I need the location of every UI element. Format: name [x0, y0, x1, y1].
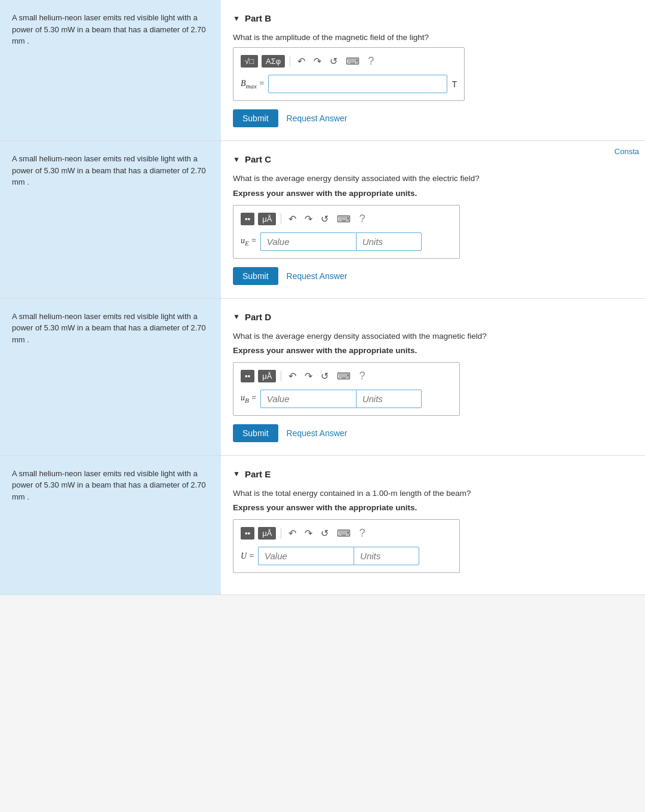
- part-b-sqrt-btn[interactable]: √□: [241, 55, 258, 68]
- part-b-unit: T: [452, 79, 457, 89]
- part-d-mu-icon: μÅ: [262, 372, 272, 381]
- part-d-redo-btn[interactable]: ↷: [302, 369, 315, 383]
- part-e-title: Part E: [245, 469, 271, 479]
- part-c-toolbar: ▪▪ μÅ ↶ ↷ ↺ ⌨ ?: [241, 212, 452, 226]
- section-d: A small helium-neon laser emits red visi…: [0, 299, 645, 456]
- part-e-value-input[interactable]: [258, 547, 354, 565]
- part-b-arrow[interactable]: ▼: [233, 14, 240, 23]
- part-c-answer-box: ▪▪ μÅ ↶ ↷ ↺ ⌨ ? uE =: [233, 205, 460, 259]
- part-b-input[interactable]: [268, 75, 447, 93]
- part-e-undo-btn[interactable]: ↶: [286, 526, 299, 540]
- part-d-header: ▼ Part D: [233, 312, 628, 322]
- sqrt-icon: √□: [245, 57, 254, 66]
- consta-label[interactable]: Consta: [615, 147, 639, 156]
- part-c-redo-btn[interactable]: ↷: [302, 212, 315, 226]
- part-e-input-row: U =: [241, 547, 452, 565]
- sigma-icon: ΑΣφ: [266, 57, 281, 66]
- part-e-label: U =: [241, 551, 254, 561]
- section-c: A small helium-neon laser emits red visi…: [0, 141, 645, 298]
- part-c-grid-btn[interactable]: ▪▪: [241, 213, 254, 225]
- grid-icon: ▪▪: [245, 215, 250, 223]
- part-e-arrow[interactable]: ▼: [233, 470, 240, 478]
- part-b-refresh-btn[interactable]: ↺: [327, 54, 340, 68]
- part-c-units-input[interactable]: [356, 232, 422, 251]
- part-e-header: ▼ Part E: [233, 469, 628, 479]
- right-panel-c: Consta ▼ Part C What is the average ener…: [221, 141, 645, 298]
- part-c-value-input[interactable]: [260, 232, 356, 251]
- part-c-undo-btn[interactable]: ↶: [286, 212, 299, 226]
- part-b-redo-btn[interactable]: ↷: [311, 54, 324, 68]
- part-b-request-answer[interactable]: Request Answer: [287, 114, 348, 123]
- toolbar-sep-d1: [281, 370, 281, 381]
- problem-text-d: A small helium-neon laser emits red visi…: [12, 312, 205, 344]
- part-c-title: Part C: [245, 154, 271, 164]
- left-panel-d: A small helium-neon laser emits red visi…: [0, 299, 221, 455]
- part-e-units-input[interactable]: [354, 547, 419, 565]
- part-d-request-answer[interactable]: Request Answer: [287, 428, 348, 438]
- part-c-arrow[interactable]: ▼: [233, 155, 240, 164]
- part-e-help-btn[interactable]: ?: [357, 526, 367, 541]
- part-c-request-answer[interactable]: Request Answer: [287, 271, 348, 281]
- part-c-instruction: Express your answer with the appropriate…: [233, 189, 628, 198]
- part-e-answer-box: ▪▪ μÅ ↶ ↷ ↺ ⌨ ? U =: [233, 519, 460, 573]
- part-c-header: ▼ Part C: [233, 154, 628, 164]
- left-panel-e: A small helium-neon laser emits red visi…: [0, 456, 221, 595]
- part-d-grid-icon: ▪▪: [245, 372, 250, 381]
- part-e-mu-btn[interactable]: μÅ: [258, 527, 276, 540]
- part-d-instruction: Express your answer with the appropriate…: [233, 346, 628, 355]
- part-e-refresh-btn[interactable]: ↺: [318, 526, 331, 540]
- part-d-action-row: Submit Request Answer: [233, 424, 628, 442]
- section-b: A small helium-neon laser emits red visi…: [0, 0, 645, 141]
- part-e-question: What is the total energy contained in a …: [233, 488, 628, 500]
- part-d-mu-btn[interactable]: μÅ: [258, 370, 276, 382]
- toolbar-sep-1: [290, 56, 290, 67]
- part-d-toolbar: ▪▪ μÅ ↶ ↷ ↺ ⌨ ?: [241, 369, 452, 384]
- part-b-header: ▼ Part B: [233, 13, 628, 23]
- part-b-submit-btn[interactable]: Submit: [233, 109, 278, 127]
- part-c-question: What is the average energy density assoc…: [233, 173, 628, 185]
- problem-text-c: A small helium-neon laser emits red visi…: [12, 154, 205, 186]
- part-c-label: uE =: [241, 236, 257, 247]
- part-d-question: What is the average energy density assoc…: [233, 330, 628, 342]
- part-d-help-btn[interactable]: ?: [357, 369, 367, 384]
- part-b-sigma-btn[interactable]: ΑΣφ: [262, 55, 285, 68]
- part-d-submit-btn[interactable]: Submit: [233, 424, 278, 442]
- part-d-units-input[interactable]: [356, 390, 422, 408]
- right-panel-d: ▼ Part D What is the average energy dens…: [221, 299, 645, 455]
- right-panel-e: ▼ Part E What is the total energy contai…: [221, 456, 645, 595]
- part-d-keyboard-btn[interactable]: ⌨: [334, 369, 353, 383]
- part-e-instruction: Express your answer with the appropriate…: [233, 503, 628, 512]
- problem-text-e: A small helium-neon laser emits red visi…: [12, 469, 205, 501]
- left-panel-c: A small helium-neon laser emits red visi…: [0, 141, 221, 298]
- part-e-grid-icon: ▪▪: [245, 529, 250, 538]
- part-d-value-input[interactable]: [260, 390, 356, 408]
- part-e-redo-btn[interactable]: ↷: [302, 526, 315, 540]
- part-d-grid-btn[interactable]: ▪▪: [241, 370, 254, 382]
- section-e: A small helium-neon laser emits red visi…: [0, 456, 645, 595]
- right-panel-b: ▼ Part B What is the amplitude of the ma…: [221, 0, 645, 140]
- part-c-input-row: uE =: [241, 232, 452, 251]
- part-c-keyboard-btn[interactable]: ⌨: [334, 212, 353, 226]
- part-e-grid-btn[interactable]: ▪▪: [241, 527, 254, 540]
- part-d-refresh-btn[interactable]: ↺: [318, 369, 331, 383]
- part-d-undo-btn[interactable]: ↶: [286, 369, 299, 383]
- part-b-keyboard-btn[interactable]: ⌨: [343, 54, 362, 68]
- part-c-submit-btn[interactable]: Submit: [233, 267, 278, 285]
- part-b-toolbar: √□ ΑΣφ ↶ ↷ ↺ ⌨ ?: [241, 54, 457, 69]
- part-b-help-btn[interactable]: ?: [366, 54, 376, 69]
- part-c-refresh-btn[interactable]: ↺: [318, 212, 331, 226]
- part-b-undo-btn[interactable]: ↶: [295, 54, 308, 68]
- page-wrapper: A small helium-neon laser emits red visi…: [0, 0, 645, 812]
- part-c-mu-btn[interactable]: μÅ: [258, 213, 276, 225]
- problem-text-b: A small helium-neon laser emits red visi…: [12, 13, 205, 45]
- part-e-toolbar: ▪▪ μÅ ↶ ↷ ↺ ⌨ ?: [241, 526, 452, 541]
- part-e-keyboard-btn[interactable]: ⌨: [334, 526, 353, 540]
- toolbar-sep-c1: [281, 213, 281, 224]
- part-d-arrow[interactable]: ▼: [233, 312, 240, 321]
- part-c-help-btn[interactable]: ?: [357, 212, 367, 226]
- part-c-action-row: Submit Request Answer: [233, 267, 628, 285]
- part-b-question: What is the amplitude of the magnetic fi…: [233, 32, 628, 44]
- part-d-label: uB =: [241, 393, 257, 404]
- part-e-mu-icon: μÅ: [262, 529, 272, 538]
- toolbar-sep-e1: [281, 528, 281, 539]
